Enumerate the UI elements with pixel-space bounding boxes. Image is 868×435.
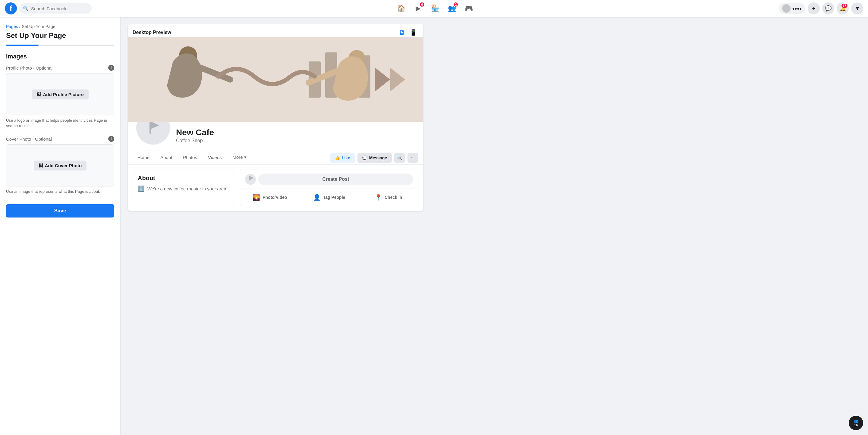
page-nav-tabs: Home About Photos Videos More ▾ bbox=[133, 151, 251, 165]
groups-nav-btn[interactable]: 👥 2 bbox=[444, 1, 459, 16]
desktop-preview-label: Desktop Preview bbox=[133, 30, 171, 35]
messenger-icon: 💬 bbox=[825, 5, 832, 12]
create-post-top: Create Post bbox=[240, 170, 418, 189]
add-profile-picture-button[interactable]: 🖼 Add Profile Picture bbox=[32, 90, 88, 99]
username: ●●●● bbox=[792, 6, 802, 11]
chevron-down-icon: ▾ bbox=[856, 5, 859, 12]
svg-rect-15 bbox=[249, 176, 250, 180]
about-card-title: About bbox=[138, 175, 230, 182]
tab-photos[interactable]: Photos bbox=[178, 151, 202, 165]
people-icon: 👥 bbox=[854, 419, 858, 423]
add-button[interactable]: + bbox=[808, 2, 820, 14]
info-circle-icon: ℹ️ bbox=[138, 185, 144, 192]
messenger-small-icon: 💬 bbox=[362, 156, 367, 160]
about-info-row: ℹ️ We're a new coffee roaster in your ar… bbox=[138, 185, 230, 192]
post-actions: 🌄 Photo/Video 👤 Tag People 📍 Check in bbox=[240, 189, 418, 206]
gaming-nav-btn[interactable]: 🎮 bbox=[461, 1, 476, 16]
check-in-button[interactable]: 📍 Check in bbox=[359, 191, 418, 203]
tab-about[interactable]: About bbox=[156, 151, 177, 165]
right-content: Desktop Preview 🖥 📱 bbox=[121, 17, 868, 435]
user-profile-chip[interactable]: ●●●● bbox=[778, 3, 805, 14]
preview-card: Desktop Preview 🖥 📱 bbox=[128, 24, 423, 211]
create-post-card: Create Post 🌄 Photo/Video 👤 Tag People bbox=[240, 170, 418, 206]
user-avatar bbox=[782, 4, 790, 13]
save-button[interactable]: Save bbox=[6, 204, 114, 218]
notifications-badge: 17 bbox=[841, 3, 848, 8]
search-page-icon: 🔍 bbox=[397, 156, 402, 160]
search-icon: 🔍 bbox=[23, 6, 29, 11]
desktop-icon: 🖥 bbox=[399, 29, 405, 36]
progress-bar bbox=[6, 44, 114, 46]
profile-photo-upload-box[interactable]: 🖼 Add Profile Picture bbox=[6, 73, 114, 115]
store-icon: 🏪 bbox=[431, 4, 439, 12]
like-icon: 👍 bbox=[335, 156, 340, 160]
about-card: About ℹ️ We're a new coffee roaster in y… bbox=[133, 170, 235, 206]
page-name-block: New Cafe Coffee Shop bbox=[176, 128, 214, 146]
images-section-title: Images bbox=[6, 53, 114, 60]
breadcrumb-separator: › bbox=[19, 24, 22, 29]
page-navigation: Home About Photos Videos More ▾ 👍 Like 💬… bbox=[128, 151, 423, 165]
people-count: 16 bbox=[854, 423, 858, 427]
like-button[interactable]: 👍 Like bbox=[330, 153, 355, 163]
cover-photo-label: Cover Photo · Optional i bbox=[6, 136, 114, 142]
about-text: We're a new coffee roaster in your area! bbox=[147, 186, 227, 191]
cover-photo-info-icon[interactable]: i bbox=[108, 136, 114, 142]
add-cover-photo-button[interactable]: 🖼 Add Cover Photo bbox=[34, 161, 87, 170]
photo-video-button[interactable]: 🌄 Photo/Video bbox=[240, 191, 300, 203]
progress-fill bbox=[6, 44, 38, 46]
check-in-icon: 📍 bbox=[375, 194, 382, 201]
photo-video-icon: 🌄 bbox=[253, 194, 260, 201]
svg-rect-12 bbox=[150, 122, 151, 134]
home-icon: 🏠 bbox=[397, 4, 405, 12]
breadcrumb-current: Set Up Your Page bbox=[22, 24, 55, 29]
tab-home[interactable]: Home bbox=[133, 151, 154, 165]
create-post-button[interactable]: Create Post bbox=[258, 173, 413, 185]
video-nav-btn[interactable]: ▶ 6 bbox=[411, 1, 425, 16]
search-bar[interactable]: 🔍 bbox=[19, 3, 92, 13]
notifications-button[interactable]: 🔔 17 bbox=[837, 2, 849, 14]
people-online-button[interactable]: 👥 16 bbox=[849, 416, 863, 430]
page-name: New Cafe bbox=[176, 128, 214, 137]
search-page-button[interactable]: 🔍 bbox=[394, 153, 405, 163]
ellipsis-icon: ··· bbox=[411, 156, 415, 160]
more-options-button[interactable]: ··· bbox=[407, 153, 418, 163]
preview-toggle-group: 🖥 📱 bbox=[398, 28, 418, 37]
nav-right-section: ●●●● + 💬 🔔 17 ▾ bbox=[778, 2, 863, 14]
image-upload-icon: 🖼 bbox=[38, 163, 43, 168]
post-avatar bbox=[245, 174, 256, 185]
left-sidebar: Pages › Set Up Your Page Set Up Your Pag… bbox=[0, 17, 121, 435]
cover-photo-hint: Use an image that represents what this P… bbox=[6, 189, 114, 194]
desktop-view-button[interactable]: 🖥 bbox=[398, 28, 406, 37]
cover-photo-preview bbox=[128, 37, 423, 122]
profile-photo-info-icon[interactable]: i bbox=[108, 65, 114, 71]
top-navigation: f 🔍 🏠 ▶ 6 🏪 👥 2 🎮 ●●●● + 💬 bbox=[0, 0, 868, 17]
store-nav-btn[interactable]: 🏪 bbox=[428, 1, 442, 16]
video-badge: 6 bbox=[419, 2, 425, 7]
page-nav-actions: 👍 Like 💬 Message 🔍 ··· bbox=[330, 153, 418, 163]
gaming-icon: 🎮 bbox=[465, 4, 473, 12]
mobile-icon: 📱 bbox=[410, 29, 417, 36]
page-category: Coffee Shop bbox=[176, 138, 214, 143]
mobile-view-button[interactable]: 📱 bbox=[408, 28, 418, 37]
tag-people-button[interactable]: 👤 Tag People bbox=[300, 191, 359, 203]
tag-people-icon: 👤 bbox=[313, 194, 321, 201]
page-title: Set Up Your Page bbox=[6, 31, 114, 40]
tab-more[interactable]: More ▾ bbox=[228, 151, 251, 165]
tab-videos[interactable]: Videos bbox=[203, 151, 227, 165]
profile-photo-hint: Use a logo or image that helps people id… bbox=[6, 118, 114, 129]
page-info-row: New Cafe Coffee Shop bbox=[128, 122, 423, 151]
message-button[interactable]: 💬 Message bbox=[358, 153, 392, 163]
post-area: Create Post 🌄 Photo/Video 👤 Tag People bbox=[240, 170, 418, 206]
search-input[interactable] bbox=[31, 6, 88, 11]
breadcrumb-pages-link[interactable]: Pages bbox=[6, 24, 18, 29]
nav-icons-group: 🏠 ▶ 6 🏪 👥 2 🎮 bbox=[94, 1, 776, 16]
facebook-logo[interactable]: f bbox=[5, 2, 17, 14]
home-nav-btn[interactable]: 🏠 bbox=[394, 1, 408, 16]
preview-header: Desktop Preview 🖥 📱 bbox=[128, 24, 423, 37]
messenger-button[interactable]: 💬 bbox=[822, 2, 834, 14]
main-layout: Pages › Set Up Your Page Set Up Your Pag… bbox=[0, 17, 868, 435]
account-dropdown-button[interactable]: ▾ bbox=[851, 2, 863, 14]
breadcrumb: Pages › Set Up Your Page bbox=[6, 24, 114, 29]
cover-photo-upload-box[interactable]: 🖼 Add Cover Photo bbox=[6, 144, 114, 187]
image-icon: 🖼 bbox=[36, 92, 41, 97]
